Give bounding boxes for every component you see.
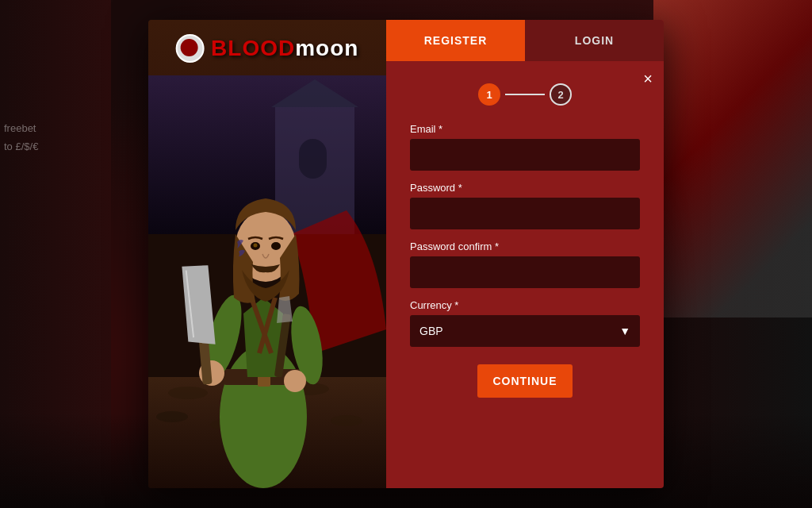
password-label: Password * bbox=[410, 182, 640, 194]
tab-register[interactable]: REGISTER bbox=[386, 20, 525, 61]
modal-right-panel: REGISTER LOGIN × 1 2 Email * Password * bbox=[386, 20, 664, 488]
close-button[interactable]: × bbox=[643, 71, 653, 87]
step-line bbox=[505, 94, 545, 95]
password-field-group: Password * bbox=[410, 182, 640, 229]
currency-field-group: Currency * GBP USD EUR CAD AUD ▼ bbox=[410, 299, 640, 347]
bg-left-text: freebet to £/$/€ bbox=[4, 119, 38, 156]
bg-athlete bbox=[653, 0, 812, 318]
svg-rect-3 bbox=[299, 139, 327, 179]
step-indicator: 1 2 bbox=[410, 77, 640, 106]
logo: BLOODmoon bbox=[176, 34, 359, 63]
continue-button[interactable]: CONTINUE bbox=[477, 364, 573, 398]
password-input[interactable] bbox=[410, 198, 640, 229]
logo-blood-text: BLOOD bbox=[211, 36, 295, 60]
email-input[interactable] bbox=[410, 139, 640, 171]
svg-point-19 bbox=[284, 370, 306, 392]
currency-select-wrapper: GBP USD EUR CAD AUD ▼ bbox=[410, 315, 640, 347]
step-2: 2 bbox=[550, 83, 572, 106]
password-confirm-field-group: Password confirm * bbox=[410, 241, 640, 288]
logo-moon-icon bbox=[176, 34, 205, 63]
form-area: × 1 2 Email * Password * Password confir… bbox=[386, 61, 664, 488]
tabs-container: REGISTER LOGIN bbox=[386, 20, 664, 61]
bg-text-freebet: freebet bbox=[4, 119, 38, 137]
registration-modal: BLOODmoon bbox=[148, 20, 664, 488]
bg-text-currency: to £/$/€ bbox=[4, 137, 38, 156]
svg-point-9 bbox=[156, 411, 188, 422]
svg-point-23 bbox=[254, 244, 258, 248]
svg-point-12 bbox=[331, 415, 362, 426]
logo-text: BLOODmoon bbox=[211, 36, 358, 60]
currency-label: Currency * bbox=[410, 299, 640, 311]
logo-moon-text: moon bbox=[295, 36, 358, 60]
step-1: 1 bbox=[478, 83, 500, 106]
character-illustration bbox=[148, 75, 386, 488]
password-confirm-label: Password confirm * bbox=[410, 241, 640, 252]
tab-login[interactable]: LOGIN bbox=[525, 20, 664, 61]
svg-point-6 bbox=[168, 387, 208, 399]
modal-left-panel: BLOODmoon bbox=[148, 20, 386, 488]
svg-point-22 bbox=[271, 242, 281, 250]
character-svg bbox=[148, 75, 386, 488]
email-field-group: Email * bbox=[410, 123, 640, 171]
email-label: Email * bbox=[410, 123, 640, 135]
password-confirm-input[interactable] bbox=[410, 256, 640, 288]
currency-select[interactable]: GBP USD EUR CAD AUD bbox=[410, 315, 640, 347]
